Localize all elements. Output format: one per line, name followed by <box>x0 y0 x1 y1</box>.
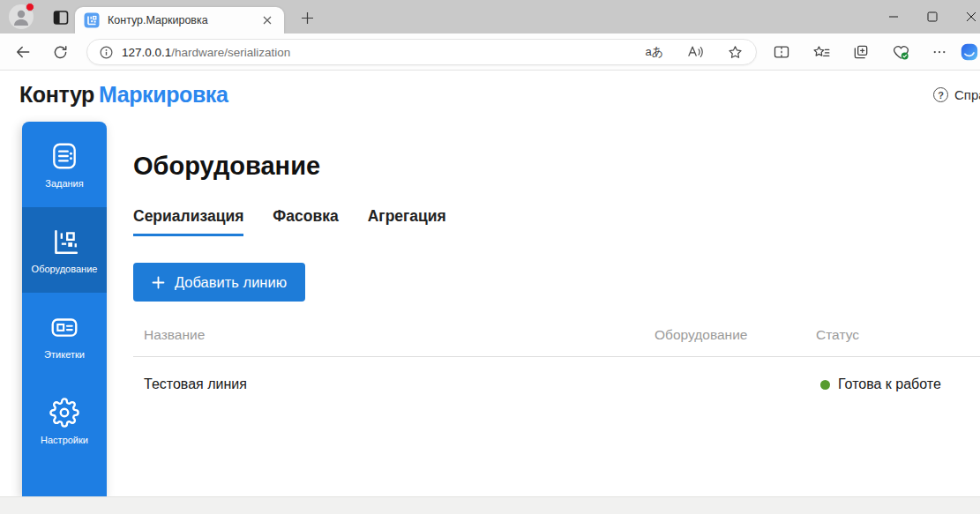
notification-dot-icon <box>26 3 34 11</box>
sidebar-item-label: Настройки <box>41 435 88 445</box>
split-screen-button[interactable] <box>772 42 791 62</box>
column-header-status: Статус <box>816 327 980 343</box>
sidebar-item-label: Задания <box>45 178 83 189</box>
sidebar-item-tasks[interactable]: Задания <box>22 122 107 207</box>
label-icon <box>49 312 79 342</box>
read-aloud-button[interactable] <box>686 43 704 61</box>
column-header-equipment: Оборудование <box>655 327 816 343</box>
sidebar-item-equipment[interactable]: Оборудование <box>22 207 107 293</box>
app-logo[interactable]: КонтурМаркировка <box>19 82 228 108</box>
back-button[interactable] <box>12 41 34 63</box>
more-options-button[interactable] <box>930 42 949 62</box>
sidebar-item-labels[interactable]: Этикетки <box>22 293 107 378</box>
sidebar-item-label: Оборудование <box>32 264 98 274</box>
url-host: 127.0.0.1 <box>122 46 171 59</box>
refresh-button[interactable] <box>49 41 71 63</box>
equipment-table: Название Оборудование Статус Тестовая ли… <box>133 327 980 392</box>
cell-status: Готова к работе <box>816 376 980 392</box>
browser-titlebar: Контур.Маркировка <box>0 0 980 34</box>
url-text: 127.0.0.1/hardware/serialization <box>122 46 634 59</box>
read-aloud-icon <box>686 43 704 61</box>
tab-serialization[interactable]: Сериализация <box>133 207 243 236</box>
collections-button[interactable] <box>851 42 871 62</box>
window-controls <box>874 0 980 34</box>
tab-close-button[interactable] <box>259 12 275 28</box>
page-bottom-strip <box>0 496 980 514</box>
address-bar-actions: aあ <box>645 43 744 61</box>
tab-favicon-qr-icon <box>84 12 100 28</box>
translate-button[interactable]: aあ <box>645 44 663 60</box>
ellipsis-icon <box>931 44 947 60</box>
page-tabs: Сериализация Фасовка Агрегация <box>133 207 980 236</box>
browser-tab[interactable]: Контур.Маркировка <box>75 7 284 34</box>
plus-icon <box>152 276 165 289</box>
copilot-button[interactable] <box>960 42 979 62</box>
datamatrix-icon <box>49 227 79 257</box>
add-line-button[interactable]: Добавить линию <box>133 263 305 302</box>
sidebar-item-settings[interactable]: Настройки <box>22 378 107 464</box>
page-title: Оборудование <box>133 152 980 181</box>
help-label: Справка <box>954 87 980 102</box>
minimize-icon <box>888 11 899 22</box>
star-icon <box>727 44 744 61</box>
tab-packing[interactable]: Фасовка <box>273 207 338 236</box>
address-bar[interactable]: 127.0.0.1/hardware/serialization aあ <box>86 39 757 65</box>
refresh-icon <box>52 44 69 61</box>
sidebar: Задания Оборудование Этикетки <box>22 122 107 496</box>
profile-button[interactable] <box>9 4 34 29</box>
app-body: Задания Оборудование Этикетки <box>0 122 980 496</box>
vertical-tabs-icon <box>52 9 70 26</box>
browser-essentials-button[interactable] <box>891 42 910 62</box>
site-info-icon <box>100 46 113 59</box>
status-dot-icon <box>820 380 830 390</box>
logo-kontur: Контур <box>19 82 94 107</box>
tasks-icon <box>49 141 79 171</box>
vertical-tabs-button[interactable] <box>51 8 71 27</box>
close-icon <box>263 16 272 25</box>
add-line-button-label: Добавить линию <box>175 274 287 291</box>
split-screen-icon <box>773 43 790 61</box>
main-content: Оборудование Сериализация Фасовка Агрега… <box>133 122 980 496</box>
logo-markirovka: Маркировка <box>99 82 228 107</box>
new-tab-button[interactable] <box>298 9 316 26</box>
close-button[interactable] <box>952 0 980 34</box>
maximize-button[interactable] <box>913 0 952 34</box>
gear-icon <box>49 398 79 428</box>
site-info-button[interactable] <box>100 46 113 59</box>
copilot-icon <box>960 42 979 62</box>
minimize-button[interactable] <box>874 0 913 34</box>
close-icon <box>966 11 976 22</box>
favorites-list-icon <box>812 43 831 62</box>
browser-toolbar: 127.0.0.1/hardware/serialization aあ <box>0 34 980 71</box>
favorite-star-button[interactable] <box>727 44 744 61</box>
collections-icon <box>852 43 870 61</box>
tab-title: Контур.Маркировка <box>108 14 259 26</box>
table-header: Название Оборудование Статус <box>133 327 980 357</box>
help-link[interactable]: ? Справка <box>933 87 980 102</box>
url-path: /hardware/serialization <box>171 46 290 59</box>
favorites-bar-button[interactable] <box>812 42 831 62</box>
sidebar-item-label: Этикетки <box>44 349 85 360</box>
help-question-icon: ? <box>933 87 948 102</box>
table-row[interactable]: Тестовая линия Готова к работе <box>133 357 980 392</box>
back-arrow-icon <box>14 43 32 61</box>
tab-aggregation[interactable]: Агрегация <box>368 207 446 236</box>
cell-line-name: Тестовая линия <box>133 376 655 392</box>
column-header-name: Название <box>133 327 655 343</box>
status-text: Готова к работе <box>838 376 941 392</box>
app-header: КонтурМаркировка ? Справка <box>0 71 980 122</box>
maximize-icon <box>927 11 938 22</box>
heart-health-icon <box>892 43 910 62</box>
plus-icon <box>301 11 314 25</box>
